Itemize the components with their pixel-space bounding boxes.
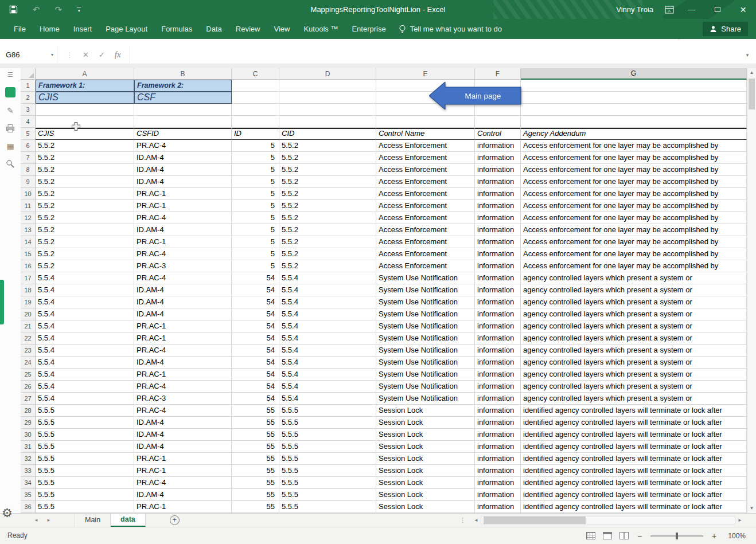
cell-B5[interactable]: CSFID: [134, 128, 232, 140]
cell-A19[interactable]: 5.5.4: [36, 296, 134, 308]
cell-F33[interactable]: information: [475, 465, 521, 477]
cell-E33[interactable]: Session Lock: [376, 465, 475, 477]
cell-E26[interactable]: System Use Notification: [376, 381, 475, 393]
row-header-12[interactable]: 12: [21, 212, 36, 224]
cell-E11[interactable]: Access Enforcement: [376, 200, 475, 212]
cell-G11[interactable]: Access enforcement for one layer may be …: [521, 200, 747, 212]
cell-A34[interactable]: 5.5.5: [36, 477, 134, 489]
cell-E28[interactable]: Session Lock: [376, 405, 475, 417]
cell-F10[interactable]: information: [475, 188, 521, 200]
cell-C24[interactable]: 54: [232, 357, 279, 369]
cell-A12[interactable]: 5.5.2: [36, 212, 134, 224]
zoom-slider[interactable]: [650, 535, 703, 537]
ribbon-tab-review[interactable]: Review: [229, 19, 267, 39]
cell-F34[interactable]: information: [475, 477, 521, 489]
cell-E20[interactable]: System Use Notification: [376, 308, 475, 320]
cell-C12[interactable]: 5: [232, 212, 279, 224]
cell-C21[interactable]: 54: [232, 320, 279, 332]
cell-A14[interactable]: 5.5.2: [36, 236, 134, 248]
row-header-15[interactable]: 15: [21, 248, 36, 260]
cell-G31[interactable]: identified agency controlled layers will…: [521, 441, 747, 453]
tabbar-more-icon[interactable]: ⋮: [459, 516, 466, 524]
ribbon-tab-home[interactable]: Home: [33, 19, 67, 39]
cell-A2[interactable]: CJIS: [36, 92, 134, 104]
column-header-C[interactable]: C: [232, 68, 279, 80]
cell-G26[interactable]: agency controlled layers which present a…: [521, 381, 747, 393]
cell-G30[interactable]: identified agency controlled layers will…: [521, 429, 747, 441]
cell-G32[interactable]: identified agency controlled layers will…: [521, 453, 747, 465]
cell-E35[interactable]: Session Lock: [376, 489, 475, 501]
cell-G34[interactable]: identified agency controlled layers will…: [521, 477, 747, 489]
cell-A9[interactable]: 5.5.2: [36, 176, 134, 188]
cell-F12[interactable]: information: [475, 212, 521, 224]
row-header-2[interactable]: 2: [21, 92, 36, 104]
cell-G19[interactable]: agency controlled layers which present a…: [521, 296, 747, 308]
cell-B12[interactable]: PR.AC-4: [134, 212, 232, 224]
row-header-23[interactable]: 23: [21, 345, 36, 357]
cell-A25[interactable]: 5.5.4: [36, 369, 134, 381]
cell-D2[interactable]: [279, 92, 376, 104]
cell-C34[interactable]: 55: [232, 477, 279, 489]
cell-F30[interactable]: information: [475, 429, 521, 441]
cell-A36[interactable]: 5.5.5: [36, 501, 134, 513]
cell-F14[interactable]: information: [475, 236, 521, 248]
cell-G13[interactable]: Access enforcement for one layer may be …: [521, 224, 747, 236]
cell-A6[interactable]: 5.5.2: [36, 140, 134, 152]
cell-D6[interactable]: 5.5.2: [279, 140, 376, 152]
cell-F26[interactable]: information: [475, 381, 521, 393]
save-button[interactable]: [9, 5, 18, 14]
column-header-B[interactable]: B: [134, 68, 232, 80]
cell-D36[interactable]: 5.5.5: [279, 501, 376, 513]
cell-A27[interactable]: 5.5.4: [36, 393, 134, 405]
cell-A20[interactable]: 5.5.4: [36, 308, 134, 320]
cell-A28[interactable]: 5.5.5: [36, 405, 134, 417]
cell-B11[interactable]: PR.AC-1: [134, 200, 232, 212]
cell-G6[interactable]: Access enforcement for one layer may be …: [521, 140, 747, 152]
redo-button[interactable]: ↷: [55, 5, 63, 14]
cell-E17[interactable]: System Use Notification: [376, 272, 475, 284]
cell-B33[interactable]: PR.AC-1: [134, 465, 232, 477]
row-header-13[interactable]: 13: [21, 224, 36, 236]
cell-C2[interactable]: [232, 92, 279, 104]
cell-F18[interactable]: information: [475, 284, 521, 296]
cell-G29[interactable]: identified agency controlled layers will…: [521, 417, 747, 429]
cell-D23[interactable]: 5.5.4: [279, 345, 376, 357]
cell-A21[interactable]: 5.5.4: [36, 320, 134, 332]
cell-E15[interactable]: Access Enforcement: [376, 248, 475, 260]
cell-G15[interactable]: Access enforcement for one layer may be …: [521, 248, 747, 260]
cell-C8[interactable]: 5: [232, 164, 279, 176]
row-header-34[interactable]: 34: [21, 477, 36, 489]
cell-E34[interactable]: Session Lock: [376, 477, 475, 489]
cell-G16[interactable]: Access enforcement for one layer may be …: [521, 260, 747, 272]
row-header-28[interactable]: 28: [21, 405, 36, 417]
name-box-dropdown-icon[interactable]: ▾: [51, 52, 53, 57]
scroll-down-icon[interactable]: ▼: [747, 504, 756, 513]
cell-C4[interactable]: [232, 116, 279, 128]
ribbon-tab-insert[interactable]: Insert: [67, 19, 99, 39]
cell-D3[interactable]: [279, 104, 376, 116]
cell-A11[interactable]: 5.5.2: [36, 200, 134, 212]
cell-B22[interactable]: PR.AC-1: [134, 332, 232, 345]
row-header-11[interactable]: 11: [21, 200, 36, 212]
row-header-26[interactable]: 26: [21, 381, 36, 393]
cell-D24[interactable]: 5.5.4: [279, 357, 376, 369]
cell-D15[interactable]: 5.5.2: [279, 248, 376, 260]
cell-C19[interactable]: 54: [232, 296, 279, 308]
cell-C5[interactable]: ID: [232, 128, 279, 140]
minimize-button[interactable]: —: [679, 0, 704, 19]
cell-A33[interactable]: 5.5.5: [36, 465, 134, 477]
cell-B30[interactable]: ID.AM-4: [134, 429, 232, 441]
cell-B26[interactable]: PR.AC-4: [134, 381, 232, 393]
cell-B20[interactable]: ID.AM-4: [134, 308, 232, 320]
close-button[interactable]: ✕: [730, 0, 756, 19]
cell-G21[interactable]: agency controlled layers which present a…: [521, 320, 747, 332]
cell-D34[interactable]: 5.5.5: [279, 477, 376, 489]
settings-gear-icon[interactable]: ⚙: [2, 507, 13, 519]
cell-D20[interactable]: 5.5.4: [279, 308, 376, 320]
cell-E18[interactable]: System Use Notification: [376, 284, 475, 296]
cell-D7[interactable]: 5.5.2: [279, 152, 376, 164]
horizontal-scroll-thumb[interactable]: [484, 516, 586, 524]
row-header-7[interactable]: 7: [21, 152, 36, 164]
cell-E9[interactable]: Access Enforcement: [376, 176, 475, 188]
cell-E29[interactable]: Session Lock: [376, 417, 475, 429]
